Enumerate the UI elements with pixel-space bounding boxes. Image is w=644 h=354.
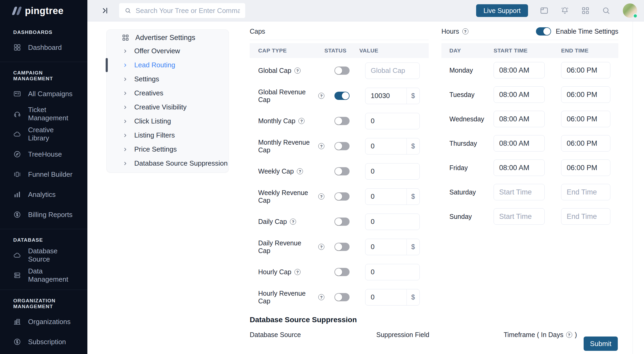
cap-row-hourly-revenue-cap: Hourly Revenue Cap$ — [250, 285, 429, 310]
compass-icon — [13, 150, 21, 158]
tree-item-label: Click Listing — [134, 117, 171, 125]
collapse-sidebar-button[interactable] — [100, 6, 109, 15]
daily-cap-value-input[interactable] — [365, 214, 419, 230]
enable-time-settings-toggle[interactable] — [536, 27, 551, 36]
dashboard-icon — [13, 43, 21, 51]
help-icon[interactable] — [318, 244, 324, 250]
tree-item-lead-routing[interactable]: Lead Routing — [107, 58, 229, 72]
sidebar-item-label: All Campaigns — [28, 90, 73, 98]
thursday-end-time-input[interactable] — [561, 135, 610, 152]
live-support-button[interactable]: Live Support — [476, 4, 528, 17]
help-icon[interactable] — [462, 28, 468, 34]
sidebar-section-items: All CampaignsTicket ManagementCreative L… — [0, 84, 87, 225]
help-icon[interactable] — [318, 193, 324, 200]
sidebar-item-database-source[interactable]: Database Source — [0, 245, 87, 265]
help-icon[interactable] — [297, 168, 303, 174]
tuesday-end-time-input[interactable] — [561, 86, 610, 103]
help-icon[interactable] — [318, 93, 324, 99]
search-button[interactable] — [602, 6, 611, 15]
hourly-cap-value-input[interactable] — [365, 264, 419, 280]
sidebar-item-ticket-management[interactable]: Ticket Management — [0, 104, 87, 124]
weekly-revenue-cap-value-input[interactable] — [365, 189, 406, 205]
tree-item-creatives[interactable]: Creatives — [107, 86, 229, 100]
daily-revenue-cap-value-input[interactable] — [365, 239, 406, 255]
brand-logo[interactable]: pingtree — [0, 0, 87, 21]
tree-item-database-source-suppression[interactable]: Database Source Suppression — [107, 156, 229, 170]
sidebar-item-treehouse[interactable]: TreeHouse — [0, 144, 87, 164]
tree-item-settings[interactable]: Settings — [107, 72, 229, 86]
global-revenue-cap-value-input[interactable] — [365, 88, 406, 104]
monday-end-time-input[interactable] — [561, 62, 610, 78]
tree-item-click-listing[interactable]: Click Listing — [107, 114, 229, 128]
tree-item-price-settings[interactable]: Price Settings — [107, 142, 229, 156]
monthly-revenue-cap-value-input[interactable] — [365, 138, 406, 154]
wednesday-start-time-input[interactable] — [494, 111, 545, 127]
notifications-button[interactable] — [560, 6, 569, 15]
help-icon[interactable] — [318, 294, 324, 300]
daily-cap-toggle[interactable] — [334, 218, 350, 226]
window-button[interactable] — [540, 6, 549, 15]
sidebar-item-funnel-builder[interactable]: Funnel Builder — [0, 164, 87, 184]
currency-suffix: $ — [406, 88, 419, 104]
wednesday-end-time-input[interactable] — [561, 111, 610, 127]
daily-revenue-cap-toggle[interactable] — [334, 243, 350, 251]
tree-item-creative-visibility[interactable]: Creative Visibility — [107, 100, 229, 114]
hourly-revenue-cap-value-input[interactable] — [365, 289, 406, 305]
sidebar-item-all-campaigns[interactable]: All Campaigns — [0, 84, 87, 104]
hourly-revenue-cap-toggle[interactable] — [334, 293, 350, 301]
value-input-wrap — [365, 63, 420, 79]
weekly-cap-value-input[interactable] — [365, 163, 419, 179]
hourly-cap-toggle[interactable] — [334, 268, 350, 276]
sidebar-item-organizations[interactable]: Organizations — [0, 312, 87, 332]
search-input[interactable] — [136, 7, 240, 15]
sidebar-item-analytics[interactable]: Analytics — [0, 184, 87, 205]
sunday-start-time-input[interactable] — [494, 208, 545, 225]
topbar: Live Support — [87, 0, 644, 21]
cap-status-cell — [324, 218, 359, 226]
user-avatar[interactable] — [623, 3, 637, 18]
chevron-right-icon — [123, 147, 128, 152]
global-cap-value-input[interactable] — [365, 63, 419, 79]
tuesday-start-time-input[interactable] — [494, 86, 545, 103]
saturday-end-time-input[interactable] — [561, 184, 610, 200]
friday-end-time-input[interactable] — [561, 160, 610, 176]
weekly-cap-toggle[interactable] — [334, 167, 350, 175]
help-icon[interactable] — [294, 269, 301, 275]
help-icon[interactable] — [290, 219, 296, 225]
cap-row-daily-revenue-cap: Daily Revenue Cap$ — [250, 234, 429, 259]
search-box[interactable] — [119, 3, 245, 18]
monthly-revenue-cap-toggle[interactable] — [334, 142, 350, 150]
hour-row-thursday: Thursday — [441, 131, 618, 156]
help-icon[interactable] — [566, 332, 572, 338]
value-input-wrap: $ — [365, 138, 420, 154]
sidebar-item-data-management[interactable]: Data Management — [0, 265, 87, 285]
day-label: Monday — [441, 67, 494, 74]
sidebar-section-label: DATABASE — [0, 237, 87, 243]
sidebar-item-billing-reports[interactable]: Billing Reports — [0, 205, 87, 225]
help-icon[interactable] — [318, 143, 324, 149]
monday-start-time-input[interactable] — [494, 62, 545, 78]
apps-button[interactable] — [581, 6, 590, 15]
cap-status-cell — [324, 268, 359, 276]
cap-type-label: Weekly Cap — [258, 167, 294, 175]
cap-row-monthly-revenue-cap: Monthly Revenue Cap$ — [250, 134, 429, 159]
right-scroll-strip[interactable] — [633, 21, 644, 354]
submit-button[interactable]: Submit — [584, 337, 618, 351]
global-cap-toggle[interactable] — [334, 67, 350, 75]
sidebar-item-subscription[interactable]: Subscription — [0, 332, 87, 352]
sunday-end-time-input[interactable] — [561, 208, 610, 225]
cap-value-cell — [359, 264, 429, 280]
friday-start-time-input[interactable] — [494, 160, 545, 176]
sidebar-item-dashboard[interactable]: Dashboard — [0, 37, 87, 57]
help-icon[interactable] — [298, 118, 305, 124]
tree-item-offer-overview[interactable]: Offer Overview — [107, 44, 229, 58]
sidebar-item-creative-library[interactable]: Creative Library — [0, 124, 87, 144]
tree-item-listing-filters[interactable]: Listing Filters — [107, 128, 229, 142]
global-revenue-cap-toggle[interactable] — [334, 92, 350, 100]
thursday-start-time-input[interactable] — [494, 135, 545, 152]
help-icon[interactable] — [294, 68, 301, 74]
weekly-revenue-cap-toggle[interactable] — [334, 192, 350, 201]
saturday-start-time-input[interactable] — [494, 184, 545, 200]
monthly-cap-toggle[interactable] — [334, 117, 350, 125]
monthly-cap-value-input[interactable] — [365, 113, 419, 129]
